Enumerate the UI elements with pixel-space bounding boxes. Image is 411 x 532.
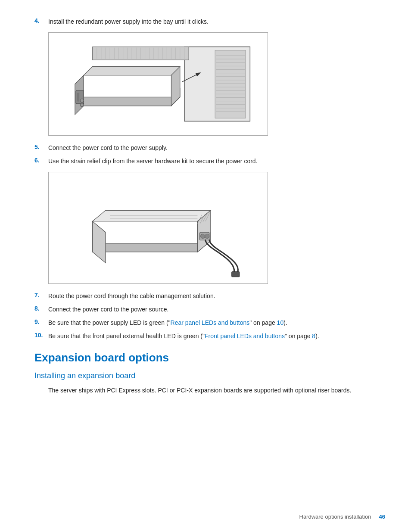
step-9-link-rear-panel[interactable]: Rear panel LEDs and buttons [171,319,250,326]
step-8-number: 8. [34,305,48,312]
step-10-link-front-panel[interactable]: Front panel LEDs and buttons [205,333,285,339]
footer-separator [373,513,377,520]
page: 4. Install the redundant power supply in… [0,0,411,532]
step-9: 9. Be sure that the power supply LED is … [34,318,377,327]
diagram-power-supply-install [48,32,268,136]
step-4-text: Install the redundant power supply into … [48,17,209,26]
svg-marker-42 [84,66,180,75]
svg-marker-50 [93,232,211,252]
step-5-number: 5. [34,143,48,150]
step-7-number: 7. [34,292,48,299]
svg-rect-61 [232,272,240,277]
svg-marker-41 [84,88,180,106]
step-5-text: Connect the power cord to the power supp… [48,143,168,152]
step-8: 8. Connect the power cord to the power s… [34,305,377,314]
step-7: 7. Route the power cord through the cabl… [34,292,377,301]
step-9-text: Be sure that the power supply LED is gre… [48,318,287,327]
svg-rect-46 [77,93,79,101]
step-4-number: 4. [34,17,48,24]
footer-page: 46 [379,513,385,520]
svg-marker-52 [93,221,106,263]
step-9-link-page10[interactable]: 10 [277,319,284,326]
step-10: 10. Be sure that the front panel externa… [34,332,377,341]
step-6-text: Use the strain relief clip from the serv… [48,157,258,166]
step-6: 6. Use the strain relief clip from the s… [34,157,377,166]
svg-point-60 [205,234,209,238]
section-title: Expansion board options [34,351,377,364]
step-4: 4. Install the redundant power supply in… [34,17,377,26]
section-body: The server ships with PCI Express slots.… [48,386,377,395]
footer: Hardware options installation 46 [299,513,386,520]
diagram-2-svg [49,172,268,283]
svg-rect-1 [215,50,246,118]
step-10-link-page8[interactable]: 8 [312,333,315,339]
subsection-title: Installing an expansion board [34,371,377,380]
step-9-number: 9. [34,318,48,325]
step-5: 5. Connect the power cord to the power s… [34,143,377,152]
step-6-number: 6. [34,157,48,164]
svg-point-48 [80,103,84,107]
svg-point-59 [201,234,205,238]
step-10-number: 10. [34,332,48,339]
step-8-text: Connect the power cord to the power sour… [48,305,168,314]
diagram-power-supply-cord [48,172,268,284]
step-7-text: Route the power cord through the cable m… [48,292,215,301]
step-10-text: Be sure that the front panel external he… [48,332,319,341]
diagram-1-svg [49,33,268,135]
footer-label: Hardware options installation [299,513,371,520]
svg-marker-51 [93,210,211,221]
svg-point-47 [80,99,84,103]
